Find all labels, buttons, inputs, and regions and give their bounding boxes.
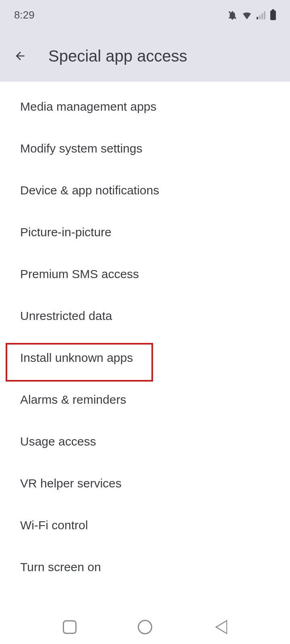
settings-item-label: Usage access	[20, 435, 96, 448]
status-time: 8:29	[14, 9, 35, 21]
settings-item-alarms-reminders[interactable]: Alarms & reminders	[0, 379, 290, 421]
settings-item-media-management[interactable]: Media management apps	[0, 86, 290, 128]
signal-icon	[257, 11, 265, 19]
settings-item-label: Turn screen on	[20, 560, 101, 574]
settings-item-label: Modify system settings	[20, 142, 142, 155]
back-arrow-icon	[14, 50, 27, 62]
settings-item-label: Media management apps	[20, 100, 157, 113]
nav-bar	[0, 610, 290, 644]
wifi-icon	[242, 11, 252, 19]
battery-icon	[270, 10, 276, 20]
settings-list: Media management apps Modify system sett…	[0, 82, 290, 588]
status-icons	[228, 10, 276, 20]
settings-item-label: Picture-in-picture	[20, 225, 112, 239]
settings-item-label: Install unknown apps	[20, 351, 133, 364]
settings-item-label: Device & app notifications	[20, 184, 159, 197]
settings-item-device-notifications[interactable]: Device & app notifications	[0, 169, 290, 211]
settings-item-label: Wi-Fi control	[20, 518, 88, 532]
settings-item-usage-access[interactable]: Usage access	[0, 421, 290, 462]
settings-item-label: VR helper services	[20, 477, 122, 490]
settings-item-unrestricted-data[interactable]: Unrestricted data	[0, 295, 290, 337]
settings-item-label: Alarms & reminders	[20, 393, 126, 406]
bell-muted-icon	[228, 10, 237, 20]
circle-icon	[138, 620, 152, 634]
nav-back-button[interactable]	[210, 617, 230, 637]
settings-item-picture-in-picture[interactable]: Picture-in-picture	[0, 211, 290, 253]
settings-item-vr-helper[interactable]: VR helper services	[0, 462, 290, 504]
triangle-icon	[214, 620, 226, 634]
settings-item-install-unknown[interactable]: Install unknown apps	[0, 337, 290, 379]
settings-item-premium-sms[interactable]: Premium SMS access	[0, 253, 290, 295]
status-bar: 8:29	[0, 0, 290, 30]
settings-item-turn-screen-on[interactable]: Turn screen on	[0, 546, 290, 588]
settings-item-label: Unrestricted data	[20, 309, 112, 322]
page-title: Special app access	[48, 47, 187, 65]
settings-item-wifi-control[interactable]: Wi-Fi control	[0, 504, 290, 546]
header: Special app access	[0, 30, 290, 82]
settings-item-label: Premium SMS access	[20, 267, 139, 281]
settings-item-modify-system[interactable]: Modify system settings	[0, 128, 290, 169]
square-icon	[63, 620, 77, 634]
nav-home-button[interactable]	[135, 617, 155, 637]
back-button[interactable]	[12, 48, 28, 64]
nav-recent-button[interactable]	[60, 617, 80, 637]
